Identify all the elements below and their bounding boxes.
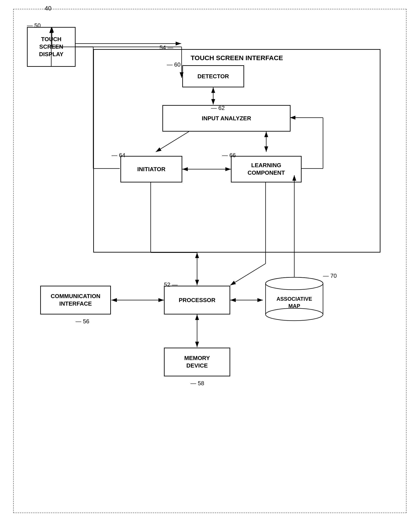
communication-interface-label: COMMUNICATIONINTERFACE — [51, 293, 101, 308]
svg-point-9 — [266, 277, 323, 290]
ref-40: 40 — [45, 5, 51, 12]
learning-component-box: LEARNINGCOMPONENT — [231, 156, 301, 182]
touch-screen-display-box: TOUCHSCREENDISPLAY — [27, 27, 76, 67]
detector-box: DETECTOR — [182, 65, 244, 87]
initiator-label: INITIATOR — [137, 166, 166, 173]
learning-component-label: LEARNINGCOMPONENT — [248, 162, 285, 177]
ref-56: — 56 — [76, 318, 89, 325]
processor-label: PROCESSOR — [179, 297, 215, 304]
svg-text:ASSOCIATIVE: ASSOCIATIVE — [277, 296, 312, 302]
svg-line-29 — [230, 264, 266, 285]
svg-line-3 — [156, 131, 189, 152]
ref-60: — 60 — [167, 61, 181, 68]
processor-box: PROCESSOR — [164, 286, 230, 314]
touch-screen-interface-label: TOUCH SCREEN INTERFACE — [191, 54, 283, 62]
memory-device-label: MEMORYDEVICE — [184, 354, 210, 369]
initiator-box: INITIATOR — [120, 156, 182, 182]
ref-58: — 58 — [190, 380, 204, 387]
input-analyzer-box: INPUT ANALYZER — [162, 105, 291, 131]
associative-map-container: ASSOCIATIVE MAP — [263, 277, 325, 321]
touch-screen-interface-box: TOUCH SCREEN INTERFACE — 60 DETECTOR — 6… — [93, 49, 380, 253]
diagram-container: 40 — 50 TOUCHSCREENDISPLAY 54 — TOUCH SC… — [13, 9, 406, 513]
svg-point-8 — [266, 308, 323, 321]
communication-interface-box: COMMUNICATIONINTERFACE — [40, 286, 111, 314]
memory-device-box: MEMORYDEVICE — [164, 348, 230, 376]
detector-label: DETECTOR — [198, 73, 229, 80]
svg-text:MAP: MAP — [288, 303, 300, 309]
input-analyzer-label: INPUT ANALYZER — [202, 115, 251, 122]
associative-map-svg: ASSOCIATIVE MAP — [263, 277, 325, 321]
touch-screen-display-label: TOUCHSCREENDISPLAY — [39, 36, 63, 58]
